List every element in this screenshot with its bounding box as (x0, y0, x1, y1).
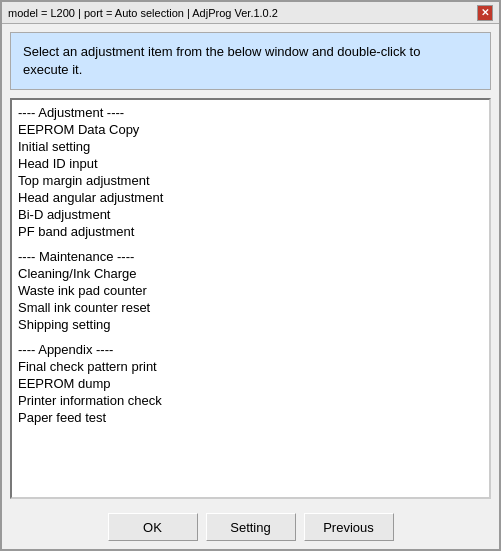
list-item[interactable]: EEPROM Data Copy (14, 121, 487, 138)
list-item[interactable]: Initial setting (14, 138, 487, 155)
list-section-header: ---- Maintenance ---- (14, 248, 487, 265)
setting-button[interactable]: Setting (206, 513, 296, 541)
list-spacer (14, 333, 487, 341)
title-bar: model = L200 | port = Auto selection | A… (2, 2, 499, 24)
list-item[interactable]: Cleaning/Ink Charge (14, 265, 487, 282)
list-item[interactable]: Printer information check (14, 392, 487, 409)
list-item[interactable]: Head angular adjustment (14, 189, 487, 206)
list-item[interactable]: Waste ink pad counter (14, 282, 487, 299)
list-section-header: ---- Adjustment ---- (14, 104, 487, 121)
list-item[interactable]: Head ID input (14, 155, 487, 172)
previous-button[interactable]: Previous (304, 513, 394, 541)
list-item[interactable]: Final check pattern print (14, 358, 487, 375)
main-window: model = L200 | port = Auto selection | A… (0, 0, 501, 551)
list-item[interactable]: Top margin adjustment (14, 172, 487, 189)
ok-button[interactable]: OK (108, 513, 198, 541)
list-item[interactable]: Small ink counter reset (14, 299, 487, 316)
list-container: ---- Adjustment ----EEPROM Data CopyInit… (10, 98, 491, 499)
list-item[interactable]: PF band adjustment (14, 223, 487, 240)
content-area: Select an adjustment item from the below… (2, 24, 499, 507)
list-spacer (14, 240, 487, 248)
list-section-header: ---- Appendix ---- (14, 341, 487, 358)
list-item[interactable]: Shipping setting (14, 316, 487, 333)
title-bar-text: model = L200 | port = Auto selection | A… (8, 7, 278, 19)
instruction-box: Select an adjustment item from the below… (10, 32, 491, 90)
list-item[interactable]: Paper feed test (14, 409, 487, 426)
list-content[interactable]: ---- Adjustment ----EEPROM Data CopyInit… (12, 100, 489, 497)
list-item[interactable]: EEPROM dump (14, 375, 487, 392)
list-item[interactable]: Bi-D adjustment (14, 206, 487, 223)
close-button[interactable]: ✕ (477, 5, 493, 21)
instruction-line2: execute it. (23, 62, 82, 77)
instruction-line1: Select an adjustment item from the below… (23, 44, 420, 59)
button-row: OK Setting Previous (2, 507, 499, 549)
